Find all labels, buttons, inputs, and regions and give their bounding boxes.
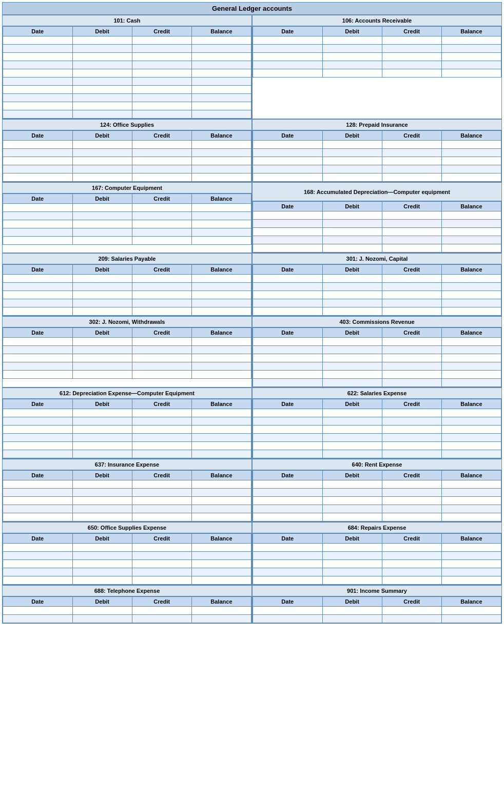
- table-row: [253, 354, 501, 362]
- table-row: [253, 544, 501, 552]
- account-title-403: 403: Commissions Revenue: [253, 317, 501, 327]
- table-row: [3, 371, 251, 379]
- account-section-167: 167: Computer Equipment Date Debit Credi…: [2, 182, 252, 253]
- header-credit: Credit: [382, 202, 441, 211]
- ledger-table-101: Date Debit Credit Balance: [3, 26, 251, 119]
- table-row: [3, 45, 251, 53]
- header-credit: Credit: [382, 471, 441, 480]
- ledger-table-622: Date Debit Credit Balance: [253, 399, 501, 458]
- ledger-table-209: Date Debit Credit Balance: [3, 264, 251, 316]
- header-date: Date: [253, 534, 323, 544]
- header-debit: Debit: [72, 27, 132, 36]
- header-balance: Balance: [441, 202, 501, 211]
- header-debit: Debit: [322, 328, 382, 338]
- account-title-167: 167: Computer Equipment: [3, 183, 251, 194]
- header-date: Date: [253, 471, 323, 480]
- table-row: [3, 110, 251, 119]
- table-row: [3, 505, 251, 513]
- table-row: [3, 212, 251, 220]
- header-balance: Balance: [441, 399, 501, 409]
- table-row: [3, 69, 251, 78]
- account-section-637: 637: Insurance Expense Date Debit Credit…: [2, 459, 252, 522]
- ledger-table-128: Date Debit Credit Balance: [253, 130, 501, 182]
- account-title-101: 101: Cash: [3, 15, 251, 26]
- account-section-101: 101: Cash Date Debit Credit Balance: [2, 15, 252, 119]
- header-date: Date: [253, 597, 323, 607]
- table-row: [253, 53, 501, 61]
- table-row: [253, 307, 501, 316]
- account-title-637: 637: Insurance Expense: [3, 459, 251, 470]
- table-row: [3, 450, 251, 458]
- table-row: [253, 45, 501, 53]
- table-row: [253, 409, 501, 417]
- ledger-table-637: Date Debit Credit Balance: [3, 470, 251, 521]
- page-wrapper: General Ledger accounts 101: Cash Date D…: [0, 0, 504, 626]
- account-title-168: 168: Accumulated Depreciation—Computer e…: [253, 183, 501, 201]
- table-row: [3, 204, 251, 212]
- table-row: [3, 149, 251, 157]
- header-balance: Balance: [441, 534, 501, 544]
- table-row: [253, 173, 501, 182]
- header-balance: Balance: [441, 265, 501, 275]
- table-row: [3, 291, 251, 299]
- account-section-901: 901: Income Summary Date Debit Credit Ba…: [252, 585, 502, 624]
- account-section-403: 403: Commissions Revenue Date Debit Cred…: [252, 316, 502, 388]
- account-title-128: 128: Prepaid Insurance: [253, 120, 501, 130]
- table-row: [3, 307, 251, 316]
- table-row: [3, 480, 251, 489]
- account-section-302: 302: J. Nozomi, Withdrawals Date Debit C…: [2, 316, 252, 388]
- header-credit: Credit: [382, 597, 441, 607]
- header-debit: Debit: [322, 534, 382, 544]
- header-credit: Credit: [132, 471, 191, 480]
- table-row: [253, 576, 501, 585]
- header-credit: Credit: [382, 328, 441, 338]
- header-debit: Debit: [72, 194, 132, 204]
- table-row: [253, 36, 501, 45]
- account-title-302: 302: J. Nozomi, Withdrawals: [3, 317, 251, 327]
- account-title-688: 688: Telephone Expense: [3, 586, 251, 596]
- header-credit: Credit: [132, 194, 191, 204]
- account-section-106: 106: Accounts Receivable Date Debit Cred…: [252, 15, 502, 119]
- header-credit: Credit: [382, 399, 441, 409]
- table-row: [253, 291, 501, 299]
- table-row: [3, 36, 251, 45]
- ledger-table-301: Date Debit Credit Balance: [253, 264, 501, 316]
- table-row: [3, 607, 251, 615]
- table-row: [253, 371, 501, 379]
- table-row: [253, 607, 501, 615]
- main-title: General Ledger accounts: [2, 2, 502, 15]
- table-row: [253, 165, 501, 173]
- header-date: Date: [3, 328, 73, 338]
- account-title-612: 612: Depreciation Expense—Computer Equip…: [3, 388, 251, 399]
- table-row: [3, 283, 251, 291]
- header-credit: Credit: [132, 265, 191, 275]
- table-row: [253, 228, 501, 236]
- header-debit: Debit: [72, 471, 132, 480]
- account-title-124: 124: Office Supplies: [3, 120, 251, 130]
- header-balance: Balance: [191, 194, 251, 204]
- header-debit: Debit: [322, 265, 382, 275]
- table-row: [3, 338, 251, 346]
- account-title-106: 106: Accounts Receivable: [253, 15, 501, 26]
- table-row: [3, 513, 251, 521]
- header-credit: Credit: [132, 27, 191, 36]
- header-debit: Debit: [322, 202, 382, 211]
- table-row: [3, 346, 251, 354]
- table-row: [253, 244, 501, 253]
- table-row: [3, 220, 251, 228]
- table-row: [3, 275, 251, 283]
- account-section-301: 301: J. Nozomi, Capital Date Debit Credi…: [252, 253, 502, 316]
- table-row: [253, 426, 501, 434]
- table-row: [3, 299, 251, 307]
- header-debit: Debit: [322, 471, 382, 480]
- header-date: Date: [253, 202, 323, 211]
- table-row: [3, 576, 251, 585]
- header-debit: Debit: [72, 328, 132, 338]
- header-date: Date: [253, 265, 323, 275]
- table-row: [253, 560, 501, 568]
- table-row: [3, 102, 251, 110]
- header-credit: Credit: [382, 27, 441, 36]
- header-debit: Debit: [72, 399, 132, 409]
- table-row: [3, 417, 251, 426]
- header-debit: Debit: [72, 265, 132, 275]
